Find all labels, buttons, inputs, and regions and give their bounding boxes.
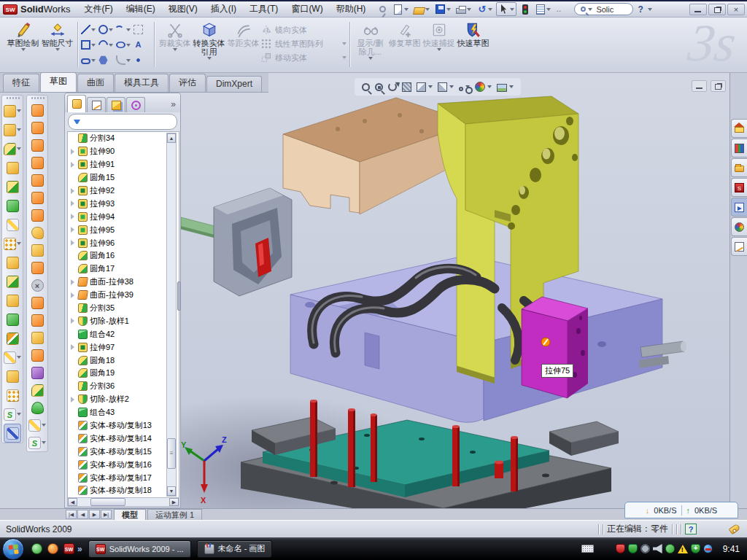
- features-tool-7[interactable]: [2, 215, 23, 234]
- speaker-tray-icon[interactable]: [653, 544, 662, 553]
- dropdown-icon[interactable]: [425, 8, 430, 11]
- tab-特征[interactable]: 特征: [3, 74, 39, 92]
- tree-vertical-scrollbar[interactable]: ▲ ▼: [166, 133, 177, 497]
- dropdown-icon[interactable]: [17, 413, 21, 416]
- gear-tray-icon[interactable]: [640, 544, 650, 553]
- sketch-entity-sfillet[interactable]: [116, 52, 133, 68]
- dropdown-icon[interactable]: [55, 48, 60, 51]
- new-button[interactable]: [391, 4, 410, 15]
- side-block[interactable]: [522, 297, 588, 398]
- tab-运动算例 1[interactable]: 运动算例 1: [147, 509, 202, 520]
- taskpane-tab-props[interactable]: [731, 237, 747, 256]
- glasses-icon[interactable]: [459, 87, 463, 91]
- dropdown-icon[interactable]: [91, 44, 96, 47]
- dropdown-icon[interactable]: [109, 28, 113, 31]
- cm-button-pencil[interactable]: 草图绘制: [6, 20, 40, 51]
- dropdown-icon[interactable]: [21, 48, 26, 51]
- dropdown-icon[interactable]: [126, 28, 131, 31]
- tree-item[interactable]: 实体-移动/复制16: [68, 458, 179, 471]
- scene-icon[interactable]: [497, 84, 507, 92]
- search-input[interactable]: [595, 4, 627, 15]
- tab-模型[interactable]: 模型: [114, 509, 146, 520]
- mold-tool-19[interactable]: [27, 416, 47, 434]
- sketch-entity-textA[interactable]: A: [133, 37, 151, 52]
- dropdown-icon[interactable]: [509, 85, 514, 88]
- expander-icon[interactable]: [70, 292, 76, 298]
- menu-item[interactable]: 窗口(W): [285, 1, 329, 17]
- mold-tool-13[interactable]: [27, 311, 47, 329]
- taskpane-tab-library[interactable]: [731, 139, 747, 158]
- zoomarea-icon[interactable]: [375, 83, 383, 91]
- taskpane-tab-home[interactable]: [731, 119, 747, 138]
- mold-tool-20[interactable]: S: [27, 434, 47, 451]
- quick-launch-sw[interactable]: SW: [63, 543, 74, 554]
- dropdown-icon[interactable]: [488, 8, 492, 11]
- tree-item[interactable]: 分割35: [68, 302, 179, 315]
- warn-tray-icon[interactable]: [678, 545, 688, 553]
- sketch-entity-point[interactable]: [133, 52, 151, 68]
- tree-item[interactable]: 拉伸97: [68, 341, 179, 354]
- sketch-entity-selbox[interactable]: [133, 22, 151, 37]
- tree-item[interactable]: 分割34: [68, 132, 179, 145]
- tag-icon[interactable]: [729, 524, 741, 534]
- open-button[interactable]: [412, 4, 431, 15]
- tab-nav-4[interactable]: ▶|: [101, 510, 112, 519]
- tree-item[interactable]: 切除-放样1: [68, 314, 179, 327]
- help-dropdown-icon[interactable]: [648, 8, 652, 11]
- mold-tool-15[interactable]: [27, 346, 47, 364]
- menu-item[interactable]: 工具(T): [243, 1, 285, 17]
- tree-item[interactable]: 实体-移动/复制15: [68, 445, 179, 458]
- scroll-right-icon[interactable]: ▶: [169, 498, 179, 506]
- features-tool-17[interactable]: S: [2, 405, 23, 424]
- dropdown-icon[interactable]: [546, 8, 551, 11]
- tree-item[interactable]: 实体-移动/复制18: [68, 484, 179, 497]
- tree-item[interactable]: 拉伸94: [68, 210, 179, 223]
- scroll-left-icon[interactable]: ◀: [68, 498, 77, 506]
- scroll-down-icon[interactable]: ▼: [167, 486, 176, 496]
- sketch-entity-ellipse[interactable]: [116, 37, 133, 52]
- scroll-up-icon[interactable]: ▲: [167, 133, 176, 143]
- menu-item[interactable]: 帮助(H): [330, 1, 373, 17]
- expander-icon[interactable]: [70, 162, 76, 168]
- expander-icon[interactable]: [70, 227, 76, 233]
- dropdown-icon[interactable]: [428, 85, 433, 88]
- save-button[interactable]: [433, 3, 452, 15]
- cm-button-convert[interactable]: 转换实体引用: [192, 20, 226, 60]
- help-button[interactable]: ?: [633, 4, 647, 15]
- quick-launch-msn[interactable]: [31, 543, 42, 554]
- sketch-entity-line[interactable]: [81, 22, 98, 37]
- rotate-icon[interactable]: [388, 82, 397, 91]
- mold-tool-2[interactable]: [27, 119, 47, 136]
- blocked-tray-icon[interactable]: [703, 544, 713, 553]
- start-button[interactable]: [2, 538, 24, 560]
- features-tool-8[interactable]: [2, 234, 23, 253]
- sketch-entity-arc[interactable]: [98, 37, 116, 52]
- features-tool-10[interactable]: [2, 272, 23, 291]
- tree-item[interactable]: 拉伸95: [68, 223, 179, 236]
- tree-item[interactable]: 圆角19: [68, 367, 179, 380]
- dstyle-icon[interactable]: [438, 82, 447, 92]
- document-restore-button[interactable]: [711, 80, 726, 92]
- features-tool-2[interactable]: [2, 120, 23, 139]
- min-window-button[interactable]: [689, 4, 707, 15]
- restore-window-button[interactable]: [708, 4, 726, 15]
- sketch-entity-rect[interactable]: [81, 37, 98, 52]
- tree-item[interactable]: 拉伸96: [68, 236, 179, 249]
- tree-item[interactable]: 曲面-拉伸39: [68, 289, 179, 302]
- taskpane-tab-palette[interactable]: [731, 198, 747, 217]
- expander-icon[interactable]: [70, 318, 76, 324]
- fm-tabs-overflow-icon[interactable]: »: [171, 99, 180, 112]
- mold-tool-12[interactable]: [27, 294, 47, 311]
- mini-button[interactable]: ‥: [554, 3, 568, 15]
- panel-splitter-handle[interactable]: [177, 281, 181, 311]
- mold-tool-5[interactable]: [27, 171, 47, 189]
- dropdown-icon[interactable]: [17, 242, 21, 245]
- dropdown-icon[interactable]: [467, 8, 471, 11]
- expander-icon[interactable]: [70, 188, 76, 194]
- features-tool-16[interactable]: [2, 386, 23, 405]
- quick-tips-help-button[interactable]: ?: [685, 524, 697, 534]
- menu-item[interactable]: 编辑(E): [120, 1, 162, 17]
- undo-button[interactable]: ↺: [475, 3, 494, 15]
- tree-item[interactable]: 实体-移动/复制17: [68, 471, 179, 484]
- dropdown-icon[interactable]: [91, 28, 96, 31]
